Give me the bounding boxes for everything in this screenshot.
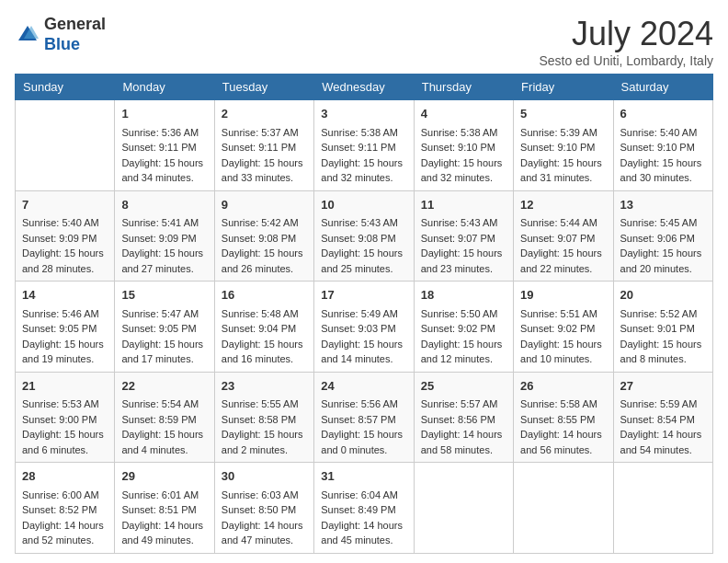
day-number: 1 bbox=[121, 105, 207, 123]
cell-content: Sunrise: 5:54 AM Sunset: 8:59 PM Dayligh… bbox=[121, 396, 207, 457]
weekday-header-tuesday: Tuesday bbox=[214, 75, 313, 100]
cell-content: Sunrise: 6:00 AM Sunset: 8:52 PM Dayligh… bbox=[22, 488, 108, 548]
day-number: 11 bbox=[421, 196, 506, 214]
cell-content: Sunrise: 6:04 AM Sunset: 8:49 PM Dayligh… bbox=[321, 488, 406, 548]
calendar-week-row: 28Sunrise: 6:00 AM Sunset: 8:52 PM Dayli… bbox=[16, 463, 713, 554]
day-number: 9 bbox=[222, 196, 307, 214]
day-number: 25 bbox=[421, 377, 506, 396]
calendar-cell: 18Sunrise: 5:50 AM Sunset: 9:02 PM Dayli… bbox=[414, 282, 513, 373]
day-number: 18 bbox=[421, 286, 506, 304]
calendar-cell: 4Sunrise: 5:38 AM Sunset: 9:10 PM Daylig… bbox=[414, 100, 513, 191]
weekday-header-wednesday: Wednesday bbox=[314, 75, 414, 100]
calendar-cell: 11Sunrise: 5:43 AM Sunset: 9:07 PM Dayli… bbox=[414, 190, 513, 282]
weekday-header-friday: Friday bbox=[514, 75, 613, 100]
calendar-cell: 1Sunrise: 5:36 AM Sunset: 9:11 PM Daylig… bbox=[115, 100, 214, 191]
day-number: 14 bbox=[22, 286, 108, 304]
cell-content: Sunrise: 5:46 AM Sunset: 9:05 PM Dayligh… bbox=[22, 306, 108, 367]
cell-content: Sunrise: 5:39 AM Sunset: 9:10 PM Dayligh… bbox=[520, 125, 606, 186]
cell-content: Sunrise: 5:51 AM Sunset: 9:02 PM Dayligh… bbox=[520, 306, 606, 367]
calendar-cell: 8Sunrise: 5:41 AM Sunset: 9:09 PM Daylig… bbox=[115, 190, 214, 282]
page-header: General Blue July 2024 Sesto ed Uniti, L… bbox=[15, 15, 713, 68]
day-number: 29 bbox=[121, 467, 207, 486]
weekday-header-row: SundayMondayTuesdayWednesdayThursdayFrid… bbox=[16, 75, 713, 100]
calendar-week-row: 14Sunrise: 5:46 AM Sunset: 9:05 PM Dayli… bbox=[16, 282, 713, 373]
calendar-cell: 2Sunrise: 5:37 AM Sunset: 9:11 PM Daylig… bbox=[214, 100, 313, 191]
day-number: 13 bbox=[620, 196, 706, 214]
location-subtitle: Sesto ed Uniti, Lombardy, Italy bbox=[539, 53, 713, 68]
day-number: 10 bbox=[321, 196, 406, 214]
day-number: 8 bbox=[121, 196, 207, 214]
day-number: 28 bbox=[22, 467, 108, 486]
day-number: 27 bbox=[620, 377, 706, 396]
calendar-cell: 23Sunrise: 5:55 AM Sunset: 8:58 PM Dayli… bbox=[214, 372, 313, 463]
calendar-cell: 12Sunrise: 5:44 AM Sunset: 9:07 PM Dayli… bbox=[514, 190, 613, 282]
cell-content: Sunrise: 5:43 AM Sunset: 9:08 PM Dayligh… bbox=[321, 215, 406, 276]
day-number: 12 bbox=[520, 196, 606, 214]
day-number: 20 bbox=[620, 286, 706, 304]
weekday-header-sunday: Sunday bbox=[16, 75, 115, 100]
calendar-cell: 14Sunrise: 5:46 AM Sunset: 9:05 PM Dayli… bbox=[16, 282, 115, 373]
day-number: 22 bbox=[121, 377, 207, 396]
day-number: 26 bbox=[520, 377, 606, 396]
calendar-cell: 24Sunrise: 5:56 AM Sunset: 8:57 PM Dayli… bbox=[314, 372, 414, 463]
calendar-week-row: 21Sunrise: 5:53 AM Sunset: 9:00 PM Dayli… bbox=[16, 372, 713, 463]
weekday-header-monday: Monday bbox=[115, 75, 214, 100]
calendar-cell: 16Sunrise: 5:48 AM Sunset: 9:04 PM Dayli… bbox=[214, 282, 313, 373]
cell-content: Sunrise: 5:53 AM Sunset: 9:00 PM Dayligh… bbox=[22, 396, 108, 457]
cell-content: Sunrise: 5:45 AM Sunset: 9:06 PM Dayligh… bbox=[620, 215, 706, 276]
calendar-cell: 22Sunrise: 5:54 AM Sunset: 8:59 PM Dayli… bbox=[115, 372, 214, 463]
calendar-table: SundayMondayTuesdayWednesdayThursdayFrid… bbox=[15, 74, 713, 554]
calendar-cell: 29Sunrise: 6:01 AM Sunset: 8:51 PM Dayli… bbox=[115, 463, 214, 554]
cell-content: Sunrise: 5:38 AM Sunset: 9:10 PM Dayligh… bbox=[421, 125, 506, 186]
day-number: 16 bbox=[222, 286, 307, 304]
calendar-cell: 7Sunrise: 5:40 AM Sunset: 9:09 PM Daylig… bbox=[16, 190, 115, 282]
cell-content: Sunrise: 6:01 AM Sunset: 8:51 PM Dayligh… bbox=[121, 488, 207, 548]
calendar-cell: 27Sunrise: 5:59 AM Sunset: 8:54 PM Dayli… bbox=[613, 372, 712, 463]
calendar-cell: 17Sunrise: 5:49 AM Sunset: 9:03 PM Dayli… bbox=[314, 282, 414, 373]
month-year-title: July 2024 bbox=[539, 15, 713, 53]
calendar-cell: 31Sunrise: 6:04 AM Sunset: 8:49 PM Dayli… bbox=[314, 463, 414, 554]
logo-blue-text: Blue bbox=[44, 35, 80, 53]
weekday-header-saturday: Saturday bbox=[613, 75, 712, 100]
day-number: 4 bbox=[421, 105, 506, 123]
cell-content: Sunrise: 5:58 AM Sunset: 8:55 PM Dayligh… bbox=[520, 396, 606, 457]
title-block: July 2024 Sesto ed Uniti, Lombardy, Ital… bbox=[539, 15, 713, 68]
calendar-cell: 15Sunrise: 5:47 AM Sunset: 9:05 PM Dayli… bbox=[115, 282, 214, 373]
day-number: 17 bbox=[321, 286, 406, 304]
cell-content: Sunrise: 5:44 AM Sunset: 9:07 PM Dayligh… bbox=[520, 215, 606, 276]
calendar-cell: 30Sunrise: 6:03 AM Sunset: 8:50 PM Dayli… bbox=[214, 463, 313, 554]
cell-content: Sunrise: 6:03 AM Sunset: 8:50 PM Dayligh… bbox=[222, 488, 307, 548]
cell-content: Sunrise: 5:52 AM Sunset: 9:01 PM Dayligh… bbox=[620, 306, 706, 367]
calendar-cell bbox=[16, 100, 115, 191]
cell-content: Sunrise: 5:57 AM Sunset: 8:56 PM Dayligh… bbox=[421, 396, 506, 457]
calendar-cell: 5Sunrise: 5:39 AM Sunset: 9:10 PM Daylig… bbox=[514, 100, 613, 191]
day-number: 19 bbox=[520, 286, 606, 304]
cell-content: Sunrise: 5:48 AM Sunset: 9:04 PM Dayligh… bbox=[222, 306, 307, 367]
day-number: 30 bbox=[222, 467, 307, 486]
cell-content: Sunrise: 5:59 AM Sunset: 8:54 PM Dayligh… bbox=[620, 396, 706, 457]
day-number: 3 bbox=[321, 105, 406, 123]
logo-icon bbox=[15, 22, 40, 48]
day-number: 6 bbox=[620, 105, 706, 123]
day-number: 23 bbox=[222, 377, 307, 396]
calendar-cell: 10Sunrise: 5:43 AM Sunset: 9:08 PM Dayli… bbox=[314, 190, 414, 282]
calendar-cell: 21Sunrise: 5:53 AM Sunset: 9:00 PM Dayli… bbox=[16, 372, 115, 463]
logo: General Blue bbox=[15, 15, 106, 54]
cell-content: Sunrise: 5:36 AM Sunset: 9:11 PM Dayligh… bbox=[121, 125, 207, 186]
day-number: 24 bbox=[321, 377, 406, 396]
calendar-cell: 20Sunrise: 5:52 AM Sunset: 9:01 PM Dayli… bbox=[613, 282, 712, 373]
calendar-cell: 26Sunrise: 5:58 AM Sunset: 8:55 PM Dayli… bbox=[514, 372, 613, 463]
day-number: 15 bbox=[121, 286, 207, 304]
calendar-cell: 3Sunrise: 5:38 AM Sunset: 9:11 PM Daylig… bbox=[314, 100, 414, 191]
calendar-cell: 19Sunrise: 5:51 AM Sunset: 9:02 PM Dayli… bbox=[514, 282, 613, 373]
cell-content: Sunrise: 5:56 AM Sunset: 8:57 PM Dayligh… bbox=[321, 396, 406, 457]
cell-content: Sunrise: 5:41 AM Sunset: 9:09 PM Dayligh… bbox=[121, 215, 207, 276]
day-number: 31 bbox=[321, 467, 406, 486]
calendar-cell: 28Sunrise: 6:00 AM Sunset: 8:52 PM Dayli… bbox=[16, 463, 115, 554]
calendar-week-row: 1Sunrise: 5:36 AM Sunset: 9:11 PM Daylig… bbox=[16, 100, 713, 191]
calendar-week-row: 7Sunrise: 5:40 AM Sunset: 9:09 PM Daylig… bbox=[16, 190, 713, 282]
day-number: 5 bbox=[520, 105, 606, 123]
cell-content: Sunrise: 5:40 AM Sunset: 9:10 PM Dayligh… bbox=[620, 125, 706, 186]
cell-content: Sunrise: 5:37 AM Sunset: 9:11 PM Dayligh… bbox=[222, 125, 307, 186]
cell-content: Sunrise: 5:47 AM Sunset: 9:05 PM Dayligh… bbox=[121, 306, 207, 367]
